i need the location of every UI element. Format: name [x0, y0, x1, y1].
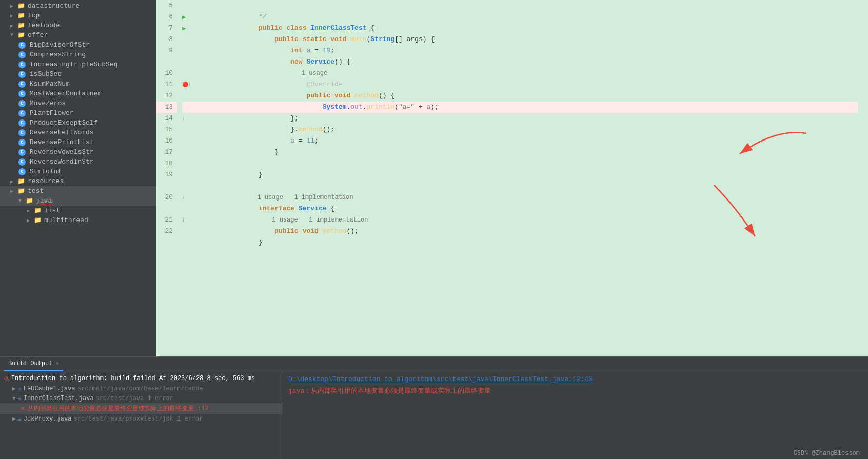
code-text — [243, 58, 291, 66]
sidebar-item-PlantFlower[interactable]: C PlantFlower — [0, 108, 156, 118]
code-text — [243, 103, 323, 111]
code-lines: */ public class InnerClassTest { public … — [194, 0, 868, 356]
method-name: method — [299, 126, 323, 133]
sidebar-item-CompressString[interactable]: C CompressString — [0, 50, 156, 59]
run-icon[interactable]: ▶ — [182, 13, 186, 21]
arrow-icon: ▼ — [18, 198, 24, 204]
code-text: ; — [314, 137, 319, 145]
line-num-16: 16 — [156, 135, 177, 147]
sidebar-item-ReverseVowelsStr[interactable]: C ReverseVowelsStr — [0, 147, 156, 157]
line-num-10: 10 — [156, 68, 177, 79]
sidebar-item-ReversePrintList[interactable]: C ReversePrintList — [0, 137, 156, 147]
sidebar-item-java[interactable]: ▼ 📁 java — [0, 196, 156, 206]
code-text: (); — [347, 227, 359, 235]
class-icon: C — [18, 61, 26, 68]
class-icon: C — [18, 158, 26, 166]
sidebar-item-ReverseLeftWords[interactable]: C ReverseLeftWords — [0, 128, 156, 137]
sidebar-item-lcp[interactable]: ▶ 📁 lcp — [0, 11, 156, 21]
sidebar-item-label: MoveZeros — [30, 99, 66, 107]
class-icon: C — [18, 71, 26, 78]
sidebar-item-multithread[interactable]: ▶ 📁 multithread — [0, 215, 156, 225]
class-icon: C — [18, 81, 26, 88]
sidebar-item-list[interactable]: ▶ 📁 list — [0, 206, 156, 215]
main-area: ▶ 📁 datastructure ▶ 📁 lcp ▶ 📁 leetcode ▼… — [0, 0, 868, 356]
code-text — [243, 81, 307, 88]
build-item-error-detail[interactable]: ⊘ 从内部类引用的本地变量必须是最终变量或实际上的最终变量 :12 — [0, 403, 282, 414]
close-tab-icon[interactable]: × — [55, 361, 59, 367]
sidebar-item-MostWaterContainer[interactable]: C MostWaterContainer — [0, 89, 156, 98]
gutter-5 — [182, 0, 194, 11]
class-ref: Service — [306, 58, 334, 66]
sidebar-item-label: StrToInt — [30, 168, 62, 175]
folder-icon: 📁 — [17, 31, 25, 39]
code-text: { — [326, 205, 334, 212]
keyword-public: public — [259, 24, 283, 32]
sidebar-item-MoveZeros[interactable]: C MoveZeros — [0, 98, 156, 108]
build-item-lfucache[interactable]: ▶ ☕ LFUCache1.java src/main/java/com/bas… — [0, 384, 282, 393]
code-text: = — [294, 137, 306, 145]
sidebar-item-BigDivisorOfStr[interactable]: C BigDivisorOfStr — [0, 40, 156, 50]
gutter-14: ↓ — [182, 113, 194, 124]
sidebar-item-label: CompressString — [30, 51, 86, 58]
code-text: }; — [243, 114, 299, 122]
string-lit: "a=" — [399, 103, 415, 111]
folder-icon: 📁 — [17, 187, 25, 195]
field-out: out — [350, 103, 362, 111]
build-item-jdkproxy[interactable]: ▶ ☕ JdkProxy.java src/test/java/proxytes… — [0, 414, 282, 424]
error-file-link[interactable]: D:\desktop\Introduction_to_algorithm\src… — [288, 375, 593, 383]
code-text: . — [363, 103, 367, 111]
line-num-18: 18 — [156, 158, 177, 169]
folder-icon: 📁 — [26, 197, 33, 205]
build-error-main[interactable]: ⊘ Introduction_to_algorithm: build faile… — [0, 373, 282, 384]
class-icon: C — [18, 129, 26, 136]
sidebar-item-datastructure[interactable]: ▶ 📁 datastructure — [0, 1, 156, 11]
line-num-19u — [156, 181, 177, 192]
sidebar-item-test[interactable]: ▶ 📁 test — [0, 186, 156, 196]
keyword: static — [303, 35, 327, 43]
build-item-innerclasstest[interactable]: ▼ ☕ InnerClassTest.java src/test/java 1 … — [0, 393, 282, 403]
keyword: void — [330, 35, 346, 43]
code-line-6: public class InnerClassTest { — [194, 11, 858, 23]
sidebar-item-IncreasingTripleSubSeq[interactable]: C IncreasingTripleSubSeq — [0, 59, 156, 69]
sidebar-item-offer[interactable]: ▼ 📁 offer — [0, 30, 156, 40]
run-icon[interactable]: ▶ — [182, 25, 186, 32]
line-num-12: 12 — [156, 90, 177, 102]
gutter-17 — [182, 147, 194, 158]
sidebar-item-label: lcp — [28, 12, 40, 19]
gutter-19 — [182, 169, 194, 181]
sidebar-item-KsumMaxNum[interactable]: C KsumMaxNum — [0, 79, 156, 89]
sidebar-item-leetcode[interactable]: ▶ 📁 leetcode — [0, 21, 156, 30]
line-num-20u — [156, 203, 177, 214]
sidebar-item-resources[interactable]: ▶ 📁 resources — [0, 176, 156, 186]
line-num-13: 13 — [156, 102, 177, 113]
file-label: JdkProxy.java — [24, 415, 72, 423]
breakpoint-icon[interactable]: 🔴 — [182, 82, 188, 88]
code-text — [243, 205, 259, 212]
code-text — [319, 227, 323, 235]
arrow-icon: ▶ — [10, 23, 15, 29]
code-scroll[interactable]: 5 6 7 8 9 10 11 12 13 14 15 16 17 18 19 — [156, 0, 868, 356]
gutter-19u — [182, 181, 194, 192]
class-icon: C — [18, 90, 26, 97]
up-arrow-icon: ↑ — [188, 82, 191, 88]
class-icon: C — [18, 100, 26, 107]
line-num-22: 22 — [156, 226, 177, 237]
sidebar-item-ReverseWordInStr[interactable]: C ReverseWordInStr — [0, 157, 156, 167]
gutter-7: ▶ — [182, 23, 194, 34]
watermark: CSDN @ZhangBlossom — [793, 450, 860, 457]
java-file-icon: ☕ — [18, 415, 22, 423]
code-line-18: } — [194, 158, 858, 169]
class-ref: System — [323, 103, 347, 111]
code-text: ( — [394, 103, 399, 111]
sidebar-item-ProductExceptSelf[interactable]: C ProductExceptSelf — [0, 118, 156, 128]
collapse-arrow-icon: ▶ — [12, 385, 16, 392]
sidebar-item-isSubSeq[interactable]: C isSubSeq — [0, 69, 156, 79]
sidebar-item-StrToInt[interactable]: C StrToInt — [0, 167, 156, 176]
error-link-line: D:\desktop\Introduction_to_algorithm\src… — [288, 375, 862, 383]
gutter-13 — [182, 102, 194, 113]
sidebar-item-label: PlantFlower — [30, 109, 74, 117]
tab-build-output[interactable]: Build Output × — [4, 357, 63, 371]
arrow-icon: ▶ — [27, 208, 32, 214]
file-label: LFUCache1.java — [24, 385, 75, 392]
line-num-19: 19 — [156, 169, 177, 181]
